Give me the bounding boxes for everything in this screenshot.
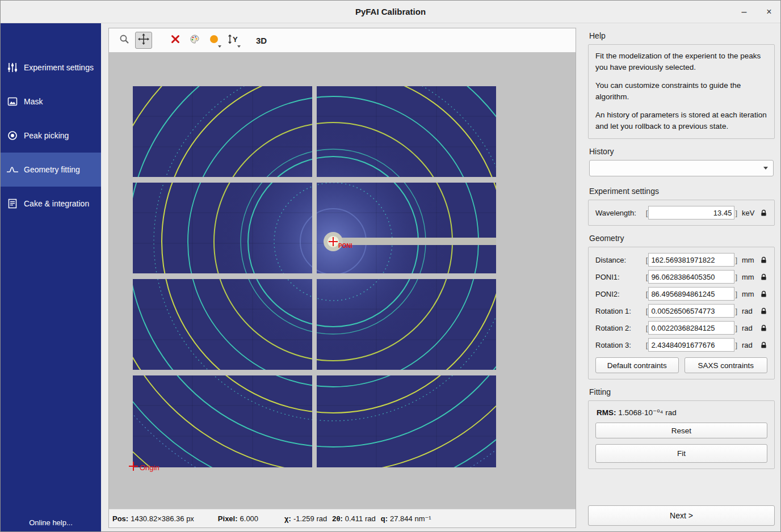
rotation1-unit: rad <box>742 307 759 315</box>
lock-icon[interactable] <box>760 256 767 264</box>
sidebar-item-label: Mask <box>24 97 43 106</box>
default-constraints-button[interactable]: Default contraints <box>595 357 679 373</box>
status-bar: Pos: 1430.82×386.36 px Pixel: 6.000 χ: -… <box>109 509 576 527</box>
poni2-input[interactable] <box>648 287 734 301</box>
status-pixel: Pixel: 6.000 <box>218 514 258 523</box>
lock-icon[interactable] <box>760 307 767 315</box>
q-value: 27.844 nm⁻¹ <box>390 514 431 523</box>
rotation2-row: Rotation 2: [ ] rad <box>595 321 767 335</box>
rotation1-label: Rotation 1: <box>595 307 631 315</box>
pan-button[interactable] <box>135 32 152 49</box>
status-q: q: 27.844 nm⁻¹ <box>381 514 431 523</box>
spin-button-right[interactable]: ] <box>734 290 738 298</box>
sidebar-item-mask[interactable]: Mask <box>1 85 101 119</box>
zoom-button[interactable] <box>116 32 133 49</box>
rotation2-label: Rotation 2: <box>595 324 631 332</box>
origin-label: Origin <box>140 463 159 472</box>
saxs-constraints-button[interactable]: SAXS contraints <box>685 357 768 373</box>
poni2-row: PONI2: [ ] mm <box>595 287 767 301</box>
magnifier-icon <box>119 33 130 47</box>
window-title: PyFAI Calibration <box>355 7 426 16</box>
reset-button[interactable]: Reset <box>595 423 767 438</box>
rms-label: RMS: <box>597 408 616 417</box>
rotation2-unit: rad <box>742 324 759 332</box>
poni1-label: PONI1: <box>595 273 620 281</box>
spin-button-right[interactable]: ] <box>734 324 738 332</box>
wavelength-unit: keV <box>742 209 759 217</box>
sidebar-item-cake-integration[interactable]: Cake & integration <box>1 187 101 221</box>
poni2-label: PONI2: <box>595 290 620 298</box>
status-pos: Pos: 1430.82×386.36 px <box>112 514 194 523</box>
y-axis-direction-button[interactable]: Y <box>225 32 242 49</box>
sidebar-item-label: Experiment settings <box>24 63 94 72</box>
geometry-section-title: Geometry <box>589 234 775 243</box>
pos-label: Pos: <box>112 514 128 523</box>
close-button[interactable]: × <box>763 7 775 17</box>
distance-input[interactable] <box>648 253 734 267</box>
clear-button[interactable] <box>167 32 184 49</box>
rotation2-input[interactable] <box>648 321 734 335</box>
dropdown-arrow-icon <box>218 45 221 48</box>
red-x-icon <box>170 34 180 47</box>
spin-button-right[interactable]: ] <box>734 273 738 281</box>
pixel-label: Pixel: <box>218 514 238 523</box>
sidebar-item-label: Geometry fitting <box>24 165 80 174</box>
rotation3-unit: rad <box>742 341 759 349</box>
origin-marker: Origin <box>129 462 159 472</box>
colormap-button[interactable] <box>186 32 203 49</box>
sidebar-item-peak-picking[interactable]: Peak picking <box>1 119 101 153</box>
rotation1-row: Rotation 1: [ ] rad <box>595 304 767 318</box>
title-bar[interactable]: PyFAI Calibration – × <box>1 1 780 23</box>
rotation3-label: Rotation 3: <box>595 341 631 349</box>
sidebar-item-label: Peak picking <box>24 131 69 140</box>
poni2-unit: mm <box>742 290 759 298</box>
spin-button-right[interactable]: ] <box>734 209 738 217</box>
sidebar-item-geometry-fitting[interactable]: Geometry fitting <box>1 153 101 187</box>
online-help-link[interactable]: Online help... <box>1 518 101 527</box>
spin-button-right[interactable]: ] <box>734 307 738 315</box>
rotation3-input[interactable] <box>648 338 734 352</box>
diffraction-canvas[interactable]: PONI Origin <box>109 52 576 509</box>
marker-style-button[interactable] <box>205 32 222 49</box>
rotation3-row: Rotation 3: [ ] rad <box>595 338 767 352</box>
sidebar-item-experiment-settings[interactable]: Experiment settings <box>1 50 101 85</box>
orange-circle-icon <box>209 34 219 47</box>
pan-icon <box>137 33 150 48</box>
experiment-section-title: Experiment settings <box>589 187 775 196</box>
lock-icon[interactable] <box>760 290 767 298</box>
spin-button-right[interactable]: ] <box>734 341 738 349</box>
help-box: Fit the modelization of the experient to… <box>588 44 775 139</box>
window-controls: – × <box>738 1 775 23</box>
palette-icon <box>189 33 200 47</box>
sidebar-item-label: Cake & integration <box>24 199 89 208</box>
3d-view-button[interactable]: 3D <box>252 32 271 49</box>
lock-icon[interactable] <box>760 324 767 332</box>
help-section-title: Help <box>589 31 775 40</box>
rotation1-input[interactable] <box>648 304 734 318</box>
q-label: q: <box>381 514 388 523</box>
wavelength-input[interactable] <box>648 206 734 219</box>
mask-icon <box>6 95 19 108</box>
lock-icon[interactable] <box>760 209 767 217</box>
rms-value: 1.5068·10⁻⁰⁴ rad <box>618 408 676 417</box>
2theta-value: 0.411 rad <box>345 514 376 523</box>
target-icon <box>6 129 19 142</box>
peak-curve-icon <box>6 163 19 176</box>
next-button[interactable]: Next > <box>588 505 775 526</box>
status-chi: χ: -1.259 rad <box>284 514 327 523</box>
chevron-down-icon <box>763 167 768 170</box>
lock-icon[interactable] <box>760 341 767 349</box>
lock-icon[interactable] <box>760 273 767 281</box>
chi-label: χ: <box>284 514 291 523</box>
pixel-value: 6.000 <box>240 514 259 523</box>
history-dropdown[interactable] <box>589 160 774 176</box>
spin-button-right[interactable]: ] <box>734 256 738 264</box>
fit-button[interactable]: Fit <box>595 444 767 463</box>
poni1-input[interactable] <box>648 270 734 284</box>
minimize-button[interactable]: – <box>738 7 750 17</box>
help-paragraph: You can customize constraints to guide t… <box>595 80 767 102</box>
svg-text:Y: Y <box>233 35 238 44</box>
poni-label: PONI <box>338 243 352 249</box>
sidebar: Experiment settings Mask Peak picking Ge… <box>1 23 101 531</box>
distance-row: Distance: [ ] mm <box>595 253 767 267</box>
